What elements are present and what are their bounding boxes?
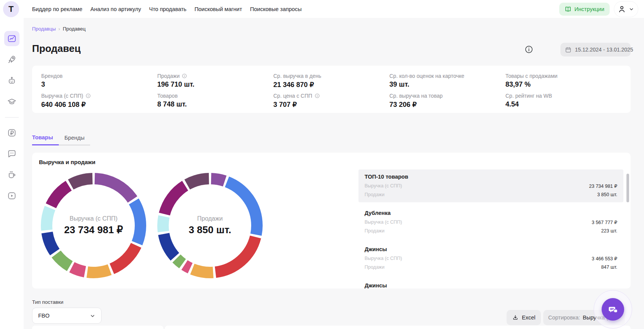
list-metric-value: 223 шт. [601, 228, 617, 234]
supply-type-select[interactable]: FBO [32, 308, 102, 324]
sidebar-item-promotion[interactable] [4, 52, 19, 67]
stat-label: Товары с продажами [505, 73, 557, 79]
app-logo[interactable]: T [3, 1, 19, 17]
list-metric-label: Продажи [365, 192, 384, 197]
support-chat-fab[interactable] [602, 298, 624, 321]
list-item[interactable]: Джинсы [358, 278, 623, 289]
breadcrumb-separator: › [58, 26, 60, 32]
top-navbar: T Биддер по рекламе Анализ по артикулу Ч… [0, 0, 644, 18]
stat-value: 3 707 ₽ [273, 100, 389, 109]
sidebar-item-messages[interactable] [4, 146, 19, 161]
chat-icon [7, 149, 17, 159]
excel-export-button[interactable]: Excel [507, 310, 541, 325]
stat-value: 73 206 ₽ [389, 100, 505, 109]
tab-products[interactable]: Товары [32, 134, 59, 145]
nav-item-what-to-sell[interactable]: Что продавать [149, 6, 186, 12]
summary-stats-card: Брендов 3 Продажи 196 710 шт. Ср. выручк… [32, 66, 631, 113]
stat-cell-avg-daily-revenue: Ср. выручка в день 21 346 870 ₽ [273, 73, 389, 89]
nav-item-bidder[interactable]: Биддер по рекламе [32, 6, 82, 12]
page-info-icon[interactable] [525, 45, 533, 54]
list-metric-label: Выручка (с СПП) [365, 219, 402, 225]
list-metric-label: Продажи [365, 264, 384, 270]
stat-cell-sales: Продажи 196 710 шт. [157, 73, 273, 89]
stat-value: 83,97 % [505, 81, 621, 89]
stat-value: 640 406 108 ₽ [41, 100, 157, 109]
list-metric-value: 3 567 777 ₽ [592, 219, 617, 225]
chart-card-title: Выручка и продажи [39, 159, 95, 165]
stat-value: 4.54 [505, 100, 621, 108]
nav-item-search-magnet[interactable]: Поисковый магнит [194, 6, 242, 12]
list-metric-label: Выручка (с СПП) [365, 183, 402, 189]
stat-label: Ср. цена с СПП [273, 93, 312, 99]
list-metric-label: Выручка (с СПП) [365, 256, 402, 261]
supply-type-label: Тип поставки [32, 299, 63, 305]
stat-cell-avg-revenue-per-product: Ср. выручка на товар 73 206 ₽ [389, 93, 505, 109]
stat-value: 21 346 870 ₽ [273, 81, 389, 89]
stat-label: Ср. выручка на товар [389, 93, 443, 99]
stat-label: Брендов [41, 73, 63, 79]
stat-value: 39 шт. [389, 81, 505, 89]
list-scrollbar-thumb[interactable] [626, 174, 629, 202]
sidebar-item-coffee[interactable] [4, 167, 19, 182]
breadcrumb: Продавцы › Продавец [32, 26, 86, 32]
breadcrumb-current: Продавец [63, 26, 86, 32]
stat-value: 3 [41, 81, 157, 89]
info-icon[interactable] [315, 93, 320, 98]
list-metric-value: 3 466 553 ₽ [592, 256, 617, 261]
instructions-button[interactable]: Инструкции [559, 3, 610, 16]
sidebar-item-analytics[interactable] [4, 31, 19, 46]
stat-label: Товаров [157, 93, 178, 99]
ruble-square-icon [7, 128, 17, 138]
rocket-icon [7, 55, 17, 65]
sidebar-item-education[interactable] [4, 94, 19, 109]
list-item[interactable]: Дубленка Выручка (с СПП) 3 567 777 ₽ Про… [358, 206, 623, 239]
list-item-name: Джинсы [365, 282, 617, 289]
sales-donut-chart[interactable]: Продажи 3 850 шт. [156, 172, 264, 279]
sidebar-item-pricing[interactable] [4, 125, 19, 140]
calendar-icon [565, 47, 571, 53]
list-item-name: ТОП-10 товаров [365, 174, 617, 180]
page-title: Продавец [32, 43, 81, 55]
excel-label: Excel [522, 314, 535, 321]
sidebar-item-bot[interactable] [4, 73, 19, 88]
sidebar-item-video-tutorials[interactable] [4, 188, 19, 203]
graduation-cap-icon [7, 97, 17, 106]
book-icon [565, 6, 571, 13]
table-preview-block [32, 326, 163, 329]
list-metric-value: 23 734 981 ₽ [589, 183, 617, 189]
revenue-sales-card: Выручка и продажи Выручка (с СПП) 23 734… [32, 153, 631, 289]
info-icon[interactable] [86, 93, 91, 98]
stat-cell-brands: Брендов 3 [41, 73, 157, 89]
stat-cell-revenue: Выручка (с СПП) 640 406 108 ₽ [41, 93, 157, 109]
list-item-name: Дубленка [365, 210, 617, 216]
list-metric-value: 847 шт. [601, 264, 617, 270]
tab-brands[interactable]: Бренды [59, 134, 90, 145]
stat-cell-products: Товаров 8 748 шт. [157, 93, 273, 109]
stat-cell-avg-price: Ср. цена с СПП 3 707 ₽ [273, 93, 389, 109]
breadcrumb-sellers-link[interactable]: Продавцы [32, 26, 56, 32]
date-range-picker[interactable]: 15.12.2024 - 13.01.2025 [560, 43, 631, 56]
video-play-icon [7, 191, 17, 201]
top-products-list: ТОП-10 товаров Выручка (с СПП) 23 734 98… [358, 169, 623, 289]
nav-item-search-queries[interactable]: Поисковые запросы [250, 6, 302, 12]
list-metric-label: Продажи [365, 228, 384, 234]
list-item[interactable]: Джинсы Выручка (с СПП) 3 466 553 ₽ Прода… [358, 242, 623, 275]
analytics-chart-icon [7, 34, 17, 44]
stat-cell-avg-wb-rating: Ср. рейтинг на WB 4.54 [505, 93, 621, 109]
account-menu[interactable] [614, 2, 638, 17]
download-icon [512, 314, 518, 321]
coffee-cup-icon [7, 170, 17, 180]
chat-bubbles-icon [607, 304, 619, 315]
date-range-value: 15.12.2024 - 13.01.2025 [575, 47, 633, 53]
chevron-down-icon [629, 6, 634, 12]
content-tabs: Товары Бренды [32, 134, 90, 145]
list-item-top10[interactable]: ТОП-10 товаров Выручка (с СПП) 23 734 98… [358, 169, 623, 202]
stat-label: Ср. рейтинг на WB [505, 93, 552, 99]
chevron-down-icon [90, 313, 95, 319]
app-logo-letter: T [8, 4, 13, 14]
table-preview-block [165, 326, 631, 329]
revenue-donut-chart[interactable]: Выручка (с СПП) 23 734 981 ₽ [40, 172, 147, 279]
info-icon[interactable] [182, 73, 187, 79]
instructions-label: Инструкции [575, 6, 604, 12]
nav-item-sku-analysis[interactable]: Анализ по артикулу [90, 6, 141, 12]
